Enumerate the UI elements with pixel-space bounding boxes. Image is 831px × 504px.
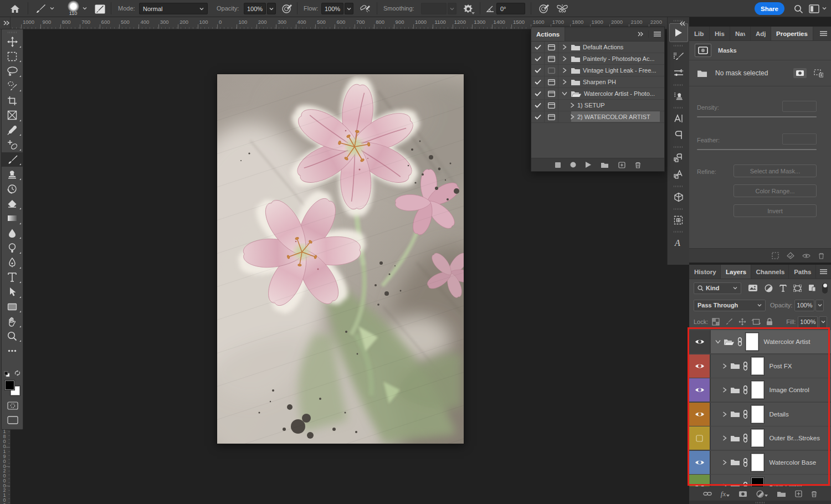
default-colors-icon[interactable] — [4, 369, 11, 376]
character-styles-dock-icon[interactable] — [669, 166, 688, 183]
workspace-icon[interactable] — [808, 3, 820, 15]
filter-smart-object-icon[interactable] — [808, 284, 816, 292]
share-button[interactable]: Share — [755, 2, 784, 15]
layer-mask-thumbnail[interactable] — [751, 381, 764, 399]
layer-main[interactable]: Image Control — [711, 378, 831, 402]
edit-toolbar-icon[interactable] — [2, 343, 23, 358]
smoothing-gear-icon[interactable] — [461, 2, 475, 16]
new-set-icon[interactable] — [601, 162, 609, 168]
new-group-icon[interactable] — [777, 491, 786, 497]
zoom-tool[interactable] — [2, 329, 23, 344]
filter-type-icon[interactable] — [779, 285, 787, 292]
clone-stamp-tool[interactable] — [2, 167, 23, 182]
filter-shape-icon[interactable] — [793, 285, 802, 292]
layer-expand-icon[interactable] — [721, 363, 729, 369]
layer-main[interactable]: Post FX — [711, 354, 831, 378]
action-dialog-toggle-icon[interactable] — [545, 53, 558, 65]
action-row[interactable]: Watercolor Artist - Photo... — [531, 88, 664, 100]
action-check-icon[interactable] — [531, 65, 545, 76]
lock-transparency-icon[interactable] — [712, 318, 720, 326]
layer-row[interactable]: Image Control — [689, 378, 831, 402]
action-check-icon[interactable] — [531, 42, 545, 53]
tab-layers[interactable]: Layers — [721, 265, 751, 279]
layer-main[interactable]: Watercolor Artist — [711, 330, 831, 353]
dodge-tool[interactable] — [2, 240, 23, 255]
pressure-opacity-icon[interactable] — [280, 2, 294, 16]
layer-visibility-toggle[interactable] — [689, 378, 710, 402]
action-row[interactable]: Painterly - Photoshop Ac... — [531, 53, 664, 65]
actions-menu-icon[interactable] — [650, 27, 664, 41]
new-adjustment-layer-icon[interactable] — [756, 490, 768, 498]
delete-action-icon[interactable] — [635, 162, 641, 168]
opacity-value-box[interactable]: 100% — [244, 3, 266, 14]
layers-opacity-chevron-icon[interactable] — [815, 300, 824, 311]
brush-tool[interactable] — [2, 152, 23, 167]
smoothing-value-box[interactable] — [421, 3, 447, 14]
brushes-dock-icon[interactable] — [669, 65, 688, 81]
action-row[interactable]: 2) WATERCOLOR ARTIST — [531, 111, 664, 123]
layer-visibility-toggle[interactable] — [689, 451, 710, 474]
layer-row[interactable]: Details — [689, 403, 831, 426]
layer-expand-icon[interactable] — [721, 435, 729, 441]
layer-main[interactable]: Watercolor Base — [711, 451, 831, 474]
play-icon[interactable] — [586, 162, 591, 168]
action-row[interactable]: 1) SETUP — [531, 100, 664, 111]
action-dialog-toggle-icon[interactable] — [545, 100, 558, 111]
dock-collapse-icon[interactable] — [678, 19, 688, 27]
layer-visibility-toggle[interactable] — [689, 403, 710, 426]
action-check-icon[interactable] — [531, 76, 545, 88]
action-dialog-toggle-icon[interactable] — [545, 88, 558, 100]
tab-history[interactable]: History — [689, 265, 721, 279]
angle-value-box[interactable]: 0° — [496, 3, 525, 14]
layer-main[interactable]: Back Filling — [711, 475, 831, 486]
filter-image-icon[interactable] — [748, 284, 758, 292]
layer-visibility-toggle[interactable] — [689, 354, 710, 378]
glyphs-dock-icon[interactable]: A — [669, 234, 688, 251]
action-check-icon[interactable] — [531, 53, 545, 65]
layer-expand-icon[interactable] — [714, 340, 722, 344]
pressure-size-icon[interactable] — [537, 2, 551, 16]
layer-row[interactable]: Back Filling — [689, 475, 831, 486]
actions-collapse-icon[interactable] — [634, 27, 647, 41]
search-icon[interactable] — [792, 3, 804, 15]
blur-tool[interactable] — [2, 226, 23, 241]
layer-visibility-toggle[interactable] — [689, 475, 710, 486]
action-row[interactable]: Sharpen PH — [531, 76, 664, 88]
home-icon[interactable] — [9, 3, 21, 15]
brush-tool-preset-icon[interactable] — [34, 2, 48, 16]
airbrush-icon[interactable] — [359, 2, 372, 16]
layer-row[interactable]: Watercolor Base — [689, 451, 831, 474]
action-expand-icon[interactable] — [561, 44, 568, 50]
action-expand-icon[interactable] — [568, 102, 576, 108]
action-expand-icon[interactable] — [561, 56, 568, 61]
character-dock-icon[interactable] — [669, 110, 688, 127]
3d-dock-icon[interactable] — [669, 189, 688, 205]
rectangular-marquee-tool[interactable] — [2, 49, 23, 64]
layer-mask-thumbnail[interactable] — [751, 477, 764, 486]
action-dialog-toggle-icon[interactable] — [545, 42, 558, 53]
paint-symmetry-icon[interactable] — [555, 2, 570, 16]
lock-artboard-icon[interactable] — [752, 318, 761, 326]
layers-opacity-box[interactable]: 100% — [794, 300, 814, 311]
eraser-tool[interactable] — [2, 197, 23, 212]
brush-size-preview[interactable]: 110 — [66, 1, 80, 17]
action-dialog-toggle-icon[interactable] — [545, 76, 558, 88]
layer-mask-thumbnail[interactable] — [751, 405, 764, 423]
action-check-icon[interactable] — [531, 111, 545, 123]
layer-mask-thumbnail[interactable] — [751, 429, 764, 447]
stop-icon[interactable] — [555, 162, 561, 168]
hand-tool[interactable] — [2, 314, 23, 329]
tab-properties[interactable]: Properties — [771, 27, 813, 40]
filter-toggle-pill[interactable] — [822, 283, 828, 294]
mode-dropdown[interactable]: Normal — [139, 3, 208, 14]
new-action-icon[interactable] — [618, 162, 625, 168]
tab-paths[interactable]: Paths — [789, 265, 816, 279]
action-row[interactable]: Default Actions — [531, 42, 664, 53]
crop-tool[interactable] — [2, 93, 23, 108]
smoothing-chevron-icon[interactable] — [448, 3, 456, 14]
foreground-color-swatch[interactable] — [5, 380, 14, 390]
filter-adjustment-icon[interactable] — [765, 284, 773, 292]
tab-navig[interactable]: Navig — [730, 27, 751, 40]
record-icon[interactable] — [570, 162, 576, 168]
layer-expand-icon[interactable] — [721, 460, 729, 465]
